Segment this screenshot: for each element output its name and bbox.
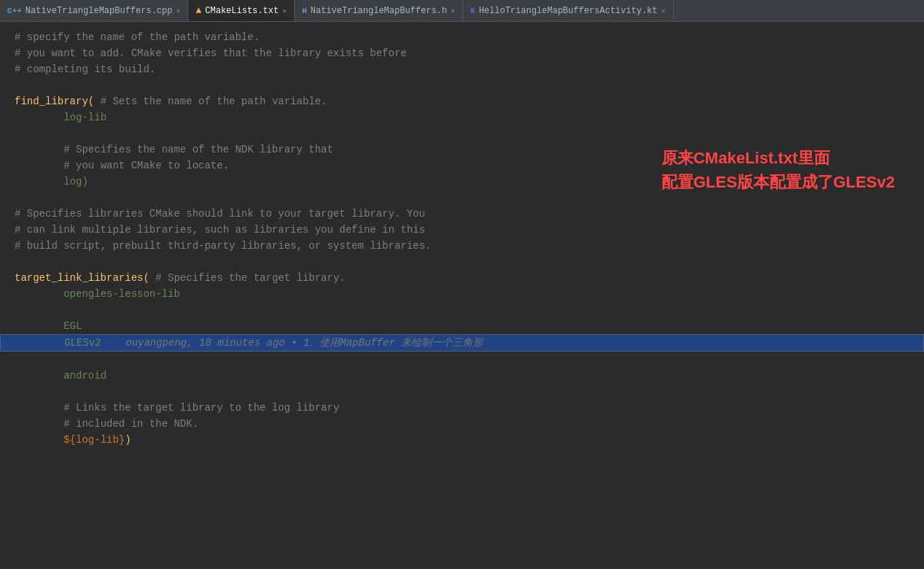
blame-highlight-line: GLESv2 ouyangpeng, 18 minutes ago • 1、使用… [0, 334, 924, 352]
comment-2: # you want to add. CMake verifies that t… [15, 47, 407, 59]
comment-5: # Specifies the name of the NDK library … [63, 144, 333, 155]
target-link-keyword: target_link_libraries [15, 272, 143, 284]
tab-close-cmake[interactable]: ✕ [282, 7, 287, 15]
var-log-lib: ${log-lib} [63, 434, 125, 446]
tab-bar: C++ NativeTriangleMapBuffers.cpp ✕ ▲ CMa… [0, 0, 924, 22]
lib-log: log) [63, 176, 88, 187]
comment-11: # Links the target library to the log li… [63, 402, 339, 414]
comment-1: # specify the name of the path variable. [15, 31, 260, 43]
lib-opengles: opengles-lesson-lib [63, 288, 180, 300]
code-area: # specify the name of the path variable.… [0, 22, 924, 455]
comment-6: # you want CMake to locate. [63, 160, 229, 171]
tab-native-cpp[interactable]: C++ NativeTriangleMapBuffers.cpp ✕ [0, 0, 188, 21]
blame-bullet: • [291, 337, 297, 349]
tab-label-cpp: NativeTriangleMapBuffers.cpp [26, 6, 173, 16]
annotation-line2: 配置GLES版本配置成了GLESv2 [661, 170, 895, 194]
tab-cmake[interactable]: ▲ CMakeLists.txt ✕ [188, 0, 295, 21]
annotation-line1: 原来CMakeList.txt里面 [661, 146, 895, 170]
tab-hello-kt[interactable]: K HelloTriangleMapBuffersActivity.kt ✕ [463, 0, 673, 21]
paren-close-2: ) [125, 434, 131, 446]
tab-native-h[interactable]: H NativeTriangleMapBuffers.h ✕ [295, 0, 463, 21]
comment-9: # build script, prebuilt third-party lib… [15, 240, 431, 252]
blame-filename: GLESv2 [64, 337, 101, 349]
lib-egl: EGL [63, 320, 82, 332]
code-editor[interactable]: # specify the name of the path variable.… [0, 22, 924, 569]
cpp-icon: C++ [7, 7, 22, 15]
annotation-overlay: 原来CMakeList.txt里面 配置GLES版本配置成了GLESv2 [661, 146, 895, 194]
tab-label-h: NativeTriangleMapBuffers.h [311, 6, 447, 16]
tab-close-cpp[interactable]: ✕ [176, 7, 180, 15]
comment-3: # completing its build. [15, 63, 155, 75]
h-icon: H [302, 7, 307, 15]
lib-android: android [63, 370, 106, 382]
lib-log-lib: log-lib [63, 112, 106, 123]
paren-open-2: ( [143, 272, 149, 284]
paren-open-1: ( [88, 96, 94, 107]
comment-7: # Specifies libraries CMake should link … [15, 208, 425, 220]
code-block: # specify the name of the path variable.… [15, 29, 909, 448]
blame-commit: 1、使用MapBuffer 来绘制一个三角形 [303, 337, 483, 349]
comment-8: # can link multiple libraries, such as l… [15, 224, 425, 236]
kt-icon: K [470, 7, 475, 15]
comment-10: # Specifies the target library. [155, 272, 345, 284]
tab-close-kt[interactable]: ✕ [661, 7, 665, 15]
tab-close-h[interactable]: ✕ [451, 7, 455, 15]
tab-label-kt: HelloTriangleMapBuffersActivity.kt [479, 6, 658, 16]
comment-4: # Sets the name of the path variable. [101, 96, 327, 107]
cmake-icon: ▲ [195, 5, 201, 16]
tab-label-cmake: CMakeLists.txt [205, 6, 279, 16]
find-library-keyword: find_library [15, 96, 88, 107]
blame-author: ouyangpeng, 18 minutes ago [125, 337, 284, 349]
comment-12: # included in the NDK. [63, 418, 198, 430]
